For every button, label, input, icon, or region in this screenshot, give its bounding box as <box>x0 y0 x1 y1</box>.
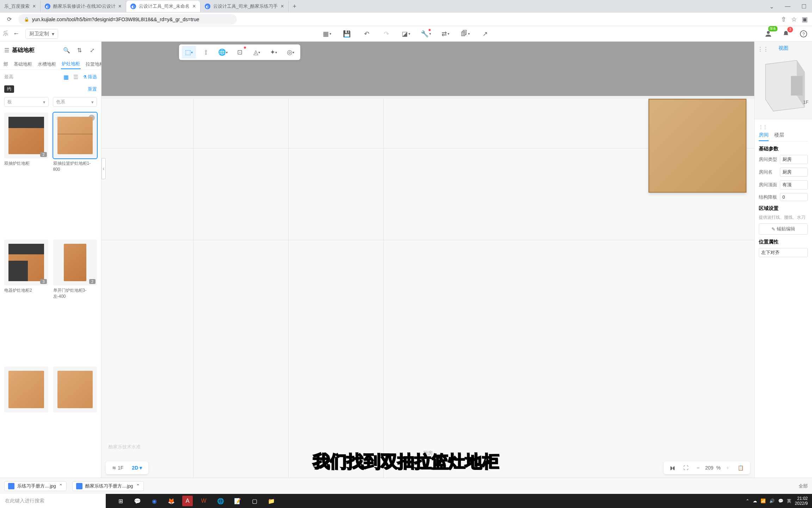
canvas[interactable]: ‹ 厨房 酷家乐技术水准 ⬚▾ ⟟ 🌐▾ ⊡ ◬▾ ✦▾ ◎▾ ≋ 1F 2D … <box>102 42 754 478</box>
tool-1-button[interactable]: 🔧▾ <box>420 28 431 40</box>
target-tool[interactable]: ◎▾ <box>283 46 297 59</box>
undo-button[interactable]: ↶ <box>361 28 372 40</box>
puzzle-tool[interactable]: ✦▾ <box>266 46 281 59</box>
back-button[interactable]: ← <box>10 28 23 40</box>
star-icon[interactable]: ☆ <box>791 16 797 23</box>
url-input[interactable]: 🔒 yun.kujiale.com/tool/h5/bim?designid=3… <box>18 14 237 25</box>
cloud-icon[interactable]: ☁ <box>753 498 757 503</box>
app-icon-2[interactable]: ▢ <box>247 494 262 508</box>
maximize-icon[interactable]: ☐ <box>796 1 812 12</box>
close-icon[interactable]: × <box>281 3 284 10</box>
notepad-icon[interactable]: 📝 <box>230 494 245 508</box>
wps-icon[interactable]: W <box>196 494 211 508</box>
globe-tool[interactable]: 🌐▾ <box>216 46 230 59</box>
download-item[interactable]: 乐练习手册方....jpg ⌃ <box>4 481 67 491</box>
material-dropdown[interactable]: 板▾ <box>4 97 49 107</box>
ime-indicator[interactable]: 英 <box>787 498 791 504</box>
view-2d-button[interactable]: 2D ▾ <box>129 464 145 472</box>
filter-button[interactable]: ⚗ 筛选 <box>83 74 97 80</box>
cat-tab-1[interactable]: 基础地柜 <box>13 60 33 69</box>
notifications-button[interactable]: 3 <box>780 28 792 40</box>
reload-icon[interactable]: ⟳ <box>4 14 14 24</box>
cat-tab-0[interactable]: 部 <box>3 60 9 69</box>
wechat-tray-icon[interactable]: 💬 <box>778 498 783 503</box>
task-view-icon[interactable]: ⊞ <box>113 494 128 508</box>
menu-icon[interactable]: ☰ <box>4 47 9 54</box>
folder-icon[interactable]: 📁 <box>264 494 279 508</box>
tab-floor[interactable]: 楼层 <box>774 130 784 141</box>
filter-tag[interactable]: 约 <box>4 85 14 93</box>
chrome-icon[interactable]: 🌐 <box>213 494 228 508</box>
file-button[interactable]: ▦▾ <box>321 28 333 40</box>
sort-icon[interactable]: ⇅ <box>74 45 84 55</box>
reset-link[interactable]: 重置 <box>88 86 97 92</box>
color-dropdown[interactable]: 色系▾ <box>53 97 97 107</box>
collapse-icon[interactable]: ⤢ <box>87 45 97 55</box>
save-button[interactable]: 💾 <box>341 28 352 40</box>
new-tab-button[interactable]: + <box>289 3 301 10</box>
volume-icon[interactable]: 🔊 <box>769 498 775 503</box>
user-avatar[interactable]: 限免 <box>763 28 774 40</box>
app-icon[interactable]: ◉ <box>147 494 162 508</box>
erase-button[interactable]: ◪▾ <box>400 28 412 40</box>
autocad-icon[interactable]: A <box>182 496 193 506</box>
cat-tab-2[interactable]: 水槽地柜 <box>37 60 57 69</box>
drag-handle-icon[interactable]: ⋮⋮ <box>757 46 769 53</box>
placed-cabinet[interactable] <box>648 99 746 193</box>
mode-dropdown[interactable]: 厨卫定制 ▾ <box>25 29 58 39</box>
offset-input[interactable]: 0 <box>780 193 808 201</box>
sidepanel-icon[interactable]: ▣ <box>802 16 808 23</box>
tab-room[interactable]: 房间 <box>759 130 769 141</box>
room-type-input[interactable]: 厨房 <box>780 155 808 164</box>
ceiling-input[interactable]: 有顶 <box>780 180 808 189</box>
cat-tab-3[interactable]: 炉灶地柜 <box>61 59 81 69</box>
clipboard-button[interactable]: 📋 <box>735 464 746 472</box>
preview-tab[interactable]: 视图 <box>779 45 788 52</box>
chevron-up-icon[interactable]: ⌃ <box>136 483 140 489</box>
copy-button[interactable]: 🗐▾ <box>460 28 471 40</box>
toggle-button[interactable]: ◗◖ <box>667 464 678 472</box>
tile-edit-button[interactable]: ✎铺贴编辑 <box>759 223 808 235</box>
share-icon[interactable]: ⇧ <box>781 16 786 23</box>
export-button[interactable]: ↗ <box>479 28 491 40</box>
snap-tool[interactable]: ⊡ <box>233 46 247 59</box>
zoom-out-button[interactable]: − <box>694 464 702 472</box>
tab-2[interactable]: ◐ 酷家乐装修设计-在线3D云设计 × <box>41 1 126 12</box>
tab-1[interactable]: 乐_百度搜索 × <box>0 1 41 12</box>
tab-3[interactable]: ◐ 云设计工具_司米_未命名 × <box>126 1 201 12</box>
tab-4[interactable]: ◐ 云设计工具_司米_酷家乐练习手 × <box>201 1 289 12</box>
layers-button[interactable]: ≋ 1F <box>109 464 126 472</box>
tool-2-button[interactable]: ⇄▾ <box>440 28 451 40</box>
more-icon[interactable]: ⌄ <box>763 1 780 12</box>
wifi-icon[interactable]: 📶 <box>761 498 766 503</box>
sort-label[interactable]: 最高 <box>4 74 13 80</box>
product-item[interactable]: ☆ i 双抽拉篮炉灶地柜1-800 <box>53 113 97 235</box>
fullscreen-button[interactable]: ⛶ <box>681 464 691 472</box>
drag-handle-icon[interactable]: ⋮⋮ <box>759 125 767 129</box>
product-item[interactable] <box>53 367 97 475</box>
list-view-icon[interactable]: ☰ <box>72 73 80 81</box>
measure-tool[interactable]: ⟟ <box>199 46 213 59</box>
download-item[interactable]: 酷家乐练习手册方....jpg ⌃ <box>72 481 144 491</box>
close-icon[interactable]: × <box>192 3 196 10</box>
wechat-icon[interactable]: 💬 <box>130 494 145 508</box>
taskbar-search[interactable]: 在此键入进行搜索 <box>0 494 106 508</box>
search-icon[interactable]: 🔍 <box>62 45 72 55</box>
help-button[interactable]: ? <box>798 28 809 40</box>
product-item[interactable]: 2 双抽炉灶地柜 <box>4 113 48 235</box>
minimize-icon[interactable]: — <box>780 1 796 12</box>
room-name-input[interactable]: 厨房 <box>780 168 808 177</box>
collapse-handle[interactable]: ‹ <box>102 158 106 179</box>
close-icon[interactable]: × <box>32 3 36 10</box>
paint-tool[interactable]: ◬▾ <box>250 46 264 59</box>
align-input[interactable]: 左下对齐 <box>759 248 808 257</box>
redo-button[interactable]: ↷ <box>381 28 392 40</box>
grid-view-icon[interactable]: ▦ <box>62 73 70 81</box>
firefox-icon[interactable]: 🦊 <box>164 494 179 508</box>
product-item[interactable] <box>4 367 48 475</box>
select-tool[interactable]: ⬚▾ <box>182 46 196 59</box>
product-item[interactable]: 3 电器炉灶地柜2 <box>4 240 48 362</box>
close-icon[interactable]: × <box>118 3 122 10</box>
tray-chevron-icon[interactable]: ⌃ <box>746 498 749 503</box>
show-all-link[interactable]: 全部 <box>799 483 808 489</box>
